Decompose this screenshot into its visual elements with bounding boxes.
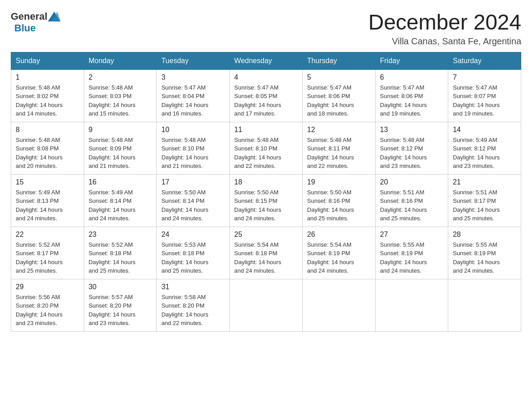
calendar-cell: 4 Sunrise: 5:47 AM Sunset: 8:05 PM Dayli…	[230, 69, 303, 122]
header-day-monday: Monday	[84, 52, 157, 69]
day-number: 27	[380, 231, 444, 239]
calendar-cell: 26 Sunrise: 5:54 AM Sunset: 8:19 PM Dayl…	[302, 227, 375, 279]
calendar-cell: 24 Sunrise: 5:53 AM Sunset: 8:18 PM Dayl…	[157, 227, 230, 279]
calendar-cell	[375, 279, 448, 331]
logo: General Blue	[11, 11, 60, 34]
day-number: 16	[89, 178, 152, 186]
day-number: 15	[16, 178, 79, 186]
calendar-week-row: 22 Sunrise: 5:52 AM Sunset: 8:17 PM Dayl…	[11, 227, 521, 279]
calendar-cell: 27 Sunrise: 5:55 AM Sunset: 8:19 PM Dayl…	[375, 227, 448, 279]
logo-blue-text: Blue	[14, 22, 36, 34]
calendar-cell: 20 Sunrise: 5:51 AM Sunset: 8:16 PM Dayl…	[375, 174, 448, 227]
day-number: 28	[453, 231, 516, 239]
calendar-cell: 3 Sunrise: 5:47 AM Sunset: 8:04 PM Dayli…	[157, 69, 230, 122]
day-info: Sunrise: 5:51 AM Sunset: 8:17 PM Dayligh…	[453, 188, 516, 223]
day-info: Sunrise: 5:48 AM Sunset: 8:02 PM Dayligh…	[16, 83, 79, 118]
calendar-header-row: SundayMondayTuesdayWednesdayThursdayFrid…	[11, 52, 521, 69]
day-info: Sunrise: 5:47 AM Sunset: 8:05 PM Dayligh…	[234, 83, 298, 118]
day-info: Sunrise: 5:51 AM Sunset: 8:16 PM Dayligh…	[380, 188, 444, 223]
calendar-week-row: 8 Sunrise: 5:48 AM Sunset: 8:08 PM Dayli…	[11, 122, 521, 174]
day-number: 10	[161, 126, 225, 134]
header-day-wednesday: Wednesday	[230, 52, 303, 69]
calendar-cell: 28 Sunrise: 5:55 AM Sunset: 8:19 PM Dayl…	[448, 227, 521, 279]
day-number: 9	[89, 126, 152, 134]
day-number: 12	[307, 126, 371, 134]
calendar-cell: 7 Sunrise: 5:47 AM Sunset: 8:07 PM Dayli…	[448, 69, 521, 122]
calendar-cell: 1 Sunrise: 5:48 AM Sunset: 8:02 PM Dayli…	[11, 69, 84, 122]
day-info: Sunrise: 5:47 AM Sunset: 8:07 PM Dayligh…	[453, 83, 516, 118]
calendar-cell: 8 Sunrise: 5:48 AM Sunset: 8:08 PM Dayli…	[11, 122, 84, 174]
title-section: December 2024 Villa Canas, Santa Fe, Arg…	[368, 11, 521, 47]
day-info: Sunrise: 5:54 AM Sunset: 8:19 PM Dayligh…	[307, 240, 371, 275]
calendar-cell: 17 Sunrise: 5:50 AM Sunset: 8:14 PM Dayl…	[157, 174, 230, 227]
day-info: Sunrise: 5:48 AM Sunset: 8:08 PM Dayligh…	[16, 136, 79, 171]
calendar-week-row: 29 Sunrise: 5:56 AM Sunset: 8:20 PM Dayl…	[11, 279, 521, 331]
day-number: 22	[16, 231, 79, 239]
header-day-friday: Friday	[375, 52, 448, 69]
calendar-week-row: 1 Sunrise: 5:48 AM Sunset: 8:02 PM Dayli…	[11, 69, 521, 122]
day-number: 2	[89, 73, 152, 81]
calendar-cell: 6 Sunrise: 5:47 AM Sunset: 8:06 PM Dayli…	[375, 69, 448, 122]
day-number: 20	[380, 178, 444, 186]
calendar-cell	[230, 279, 303, 331]
day-number: 24	[161, 231, 225, 239]
day-number: 18	[234, 178, 298, 186]
day-number: 19	[307, 178, 371, 186]
day-info: Sunrise: 5:48 AM Sunset: 8:03 PM Dayligh…	[89, 83, 152, 118]
day-number: 17	[161, 178, 225, 186]
day-info: Sunrise: 5:48 AM Sunset: 8:12 PM Dayligh…	[380, 136, 444, 171]
day-info: Sunrise: 5:47 AM Sunset: 8:04 PM Dayligh…	[161, 83, 225, 118]
location-subtitle: Villa Canas, Santa Fe, Argentina	[368, 36, 521, 47]
day-info: Sunrise: 5:47 AM Sunset: 8:06 PM Dayligh…	[380, 83, 444, 118]
calendar-cell: 29 Sunrise: 5:56 AM Sunset: 8:20 PM Dayl…	[11, 279, 84, 331]
month-title: December 2024	[368, 11, 521, 34]
calendar-cell: 12 Sunrise: 5:48 AM Sunset: 8:11 PM Dayl…	[302, 122, 375, 174]
calendar-cell: 5 Sunrise: 5:47 AM Sunset: 8:06 PM Dayli…	[302, 69, 375, 122]
calendar-cell: 18 Sunrise: 5:50 AM Sunset: 8:15 PM Dayl…	[230, 174, 303, 227]
day-info: Sunrise: 5:53 AM Sunset: 8:18 PM Dayligh…	[161, 240, 225, 275]
calendar-cell: 16 Sunrise: 5:49 AM Sunset: 8:14 PM Dayl…	[84, 174, 157, 227]
calendar-cell: 10 Sunrise: 5:48 AM Sunset: 8:10 PM Dayl…	[157, 122, 230, 174]
header-day-saturday: Saturday	[448, 52, 521, 69]
day-number: 3	[161, 73, 225, 81]
day-info: Sunrise: 5:58 AM Sunset: 8:20 PM Dayligh…	[161, 293, 225, 328]
day-number: 31	[161, 283, 225, 291]
day-info: Sunrise: 5:49 AM Sunset: 8:14 PM Dayligh…	[89, 188, 152, 223]
calendar-cell	[302, 279, 375, 331]
day-info: Sunrise: 5:48 AM Sunset: 8:09 PM Dayligh…	[89, 136, 152, 171]
day-info: Sunrise: 5:50 AM Sunset: 8:14 PM Dayligh…	[161, 188, 225, 223]
calendar-table: SundayMondayTuesdayWednesdayThursdayFrid…	[11, 52, 521, 332]
calendar-week-row: 15 Sunrise: 5:49 AM Sunset: 8:13 PM Dayl…	[11, 174, 521, 227]
header-day-sunday: Sunday	[11, 52, 84, 69]
header-day-tuesday: Tuesday	[157, 52, 230, 69]
calendar-cell: 25 Sunrise: 5:54 AM Sunset: 8:18 PM Dayl…	[230, 227, 303, 279]
day-number: 21	[453, 178, 516, 186]
day-number: 8	[16, 126, 79, 134]
day-info: Sunrise: 5:50 AM Sunset: 8:16 PM Dayligh…	[307, 188, 371, 223]
day-number: 6	[380, 73, 444, 81]
day-info: Sunrise: 5:47 AM Sunset: 8:06 PM Dayligh…	[307, 83, 371, 118]
calendar-cell: 2 Sunrise: 5:48 AM Sunset: 8:03 PM Dayli…	[84, 69, 157, 122]
logo-general-text: General	[11, 11, 47, 22]
day-info: Sunrise: 5:56 AM Sunset: 8:20 PM Dayligh…	[16, 293, 79, 328]
day-info: Sunrise: 5:55 AM Sunset: 8:19 PM Dayligh…	[380, 240, 444, 275]
day-number: 1	[16, 73, 79, 81]
header-day-thursday: Thursday	[302, 52, 375, 69]
day-info: Sunrise: 5:48 AM Sunset: 8:11 PM Dayligh…	[307, 136, 371, 171]
day-number: 29	[16, 283, 79, 291]
day-info: Sunrise: 5:49 AM Sunset: 8:13 PM Dayligh…	[16, 188, 79, 223]
day-info: Sunrise: 5:50 AM Sunset: 8:15 PM Dayligh…	[234, 188, 298, 223]
calendar-cell: 21 Sunrise: 5:51 AM Sunset: 8:17 PM Dayl…	[448, 174, 521, 227]
calendar-cell	[448, 279, 521, 331]
calendar-cell: 11 Sunrise: 5:48 AM Sunset: 8:10 PM Dayl…	[230, 122, 303, 174]
day-number: 30	[89, 283, 152, 291]
day-info: Sunrise: 5:52 AM Sunset: 8:18 PM Dayligh…	[89, 240, 152, 275]
day-number: 13	[380, 126, 444, 134]
calendar-cell: 14 Sunrise: 5:49 AM Sunset: 8:12 PM Dayl…	[448, 122, 521, 174]
day-number: 5	[307, 73, 371, 81]
calendar-cell: 31 Sunrise: 5:58 AM Sunset: 8:20 PM Dayl…	[157, 279, 230, 331]
calendar-cell: 13 Sunrise: 5:48 AM Sunset: 8:12 PM Dayl…	[375, 122, 448, 174]
day-number: 4	[234, 73, 298, 81]
calendar-cell: 15 Sunrise: 5:49 AM Sunset: 8:13 PM Dayl…	[11, 174, 84, 227]
day-number: 14	[453, 126, 516, 134]
